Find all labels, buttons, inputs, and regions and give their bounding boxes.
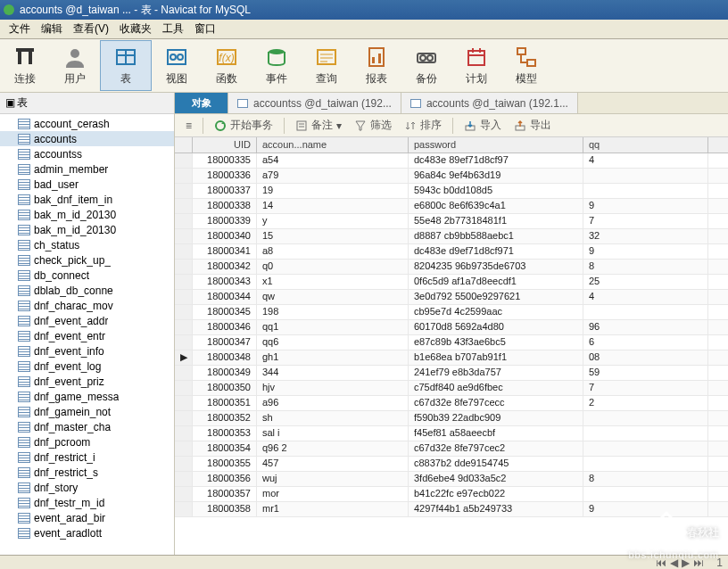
cell-password[interactable]: 241ef79 e8b3da757 xyxy=(409,366,583,380)
cell-password[interactable]: 0f6c5d9 af1a7d8eecdf1 xyxy=(409,275,583,289)
tree-item[interactable]: dnf_testr_m_id xyxy=(0,495,174,510)
next-page-button[interactable]: ▶ xyxy=(682,557,690,569)
cell-password[interactable]: b1e68ea b707ab91f1 xyxy=(409,350,583,365)
cell-name[interactable]: gh1 xyxy=(257,350,409,365)
cell-password[interactable]: e6800c 8e6f639c4a1 xyxy=(409,199,583,213)
tree-item[interactable]: dnf_event_log xyxy=(0,359,174,374)
cell-uid[interactable]: 18000340 xyxy=(193,229,257,243)
tree-item[interactable]: ch_status xyxy=(0,237,174,252)
tree-item[interactable]: db_connect xyxy=(0,268,174,283)
cell-password[interactable]: 60170d8 5692a4d80 xyxy=(409,320,583,334)
sort-button[interactable]: 排序 xyxy=(399,116,447,135)
cell-password[interactable]: dc483e 89ef71d8cf97 xyxy=(409,153,583,168)
menu-1[interactable]: 编辑 xyxy=(36,20,68,39)
table-row[interactable]: 18000341a8dc483e d9ef71d8cf9719 xyxy=(175,244,728,260)
table-row[interactable]: 18000357morb41c22fc e97ecb022 xyxy=(175,487,728,502)
tree-item[interactable]: bak_m_id_20130 xyxy=(0,207,174,222)
table-row[interactable]: 18000353sal if45ef81 a58aeecbf xyxy=(175,426,728,441)
tree-item[interactable]: dnf_event_addr xyxy=(0,313,174,328)
tool-report[interactable]: 报表 xyxy=(352,41,401,90)
tree-item[interactable]: event_aradlott xyxy=(0,525,174,540)
cell-uid[interactable]: 18000344 xyxy=(193,290,257,304)
tool-table[interactable]: 表 xyxy=(100,40,152,91)
cell-name[interactable]: x1 xyxy=(257,275,409,289)
table-row[interactable]: 18000347qq6e87c89b 43f3ae6bc56 xyxy=(175,335,728,350)
cell-name[interactable]: sal i xyxy=(257,426,409,441)
cell-password[interactable]: c75df840 ae9d6fbec xyxy=(409,381,583,395)
cell-qq[interactable] xyxy=(583,169,708,183)
cell-name[interactable]: 457 xyxy=(257,457,409,471)
cell-name[interactable]: 14 xyxy=(257,199,409,213)
tree-item[interactable]: dnf_restrict_s xyxy=(0,465,174,480)
cell-password[interactable]: c67d32e 8fe797cecc xyxy=(409,396,583,410)
cell-password[interactable]: c67d32e 8fe797cec2 xyxy=(409,441,583,456)
table-row[interactable]: 18000354q96 2c67d32e 8fe797cec2 xyxy=(175,441,728,457)
cell-qq[interactable] xyxy=(583,441,708,456)
menu-2[interactable]: 查看(V) xyxy=(68,20,114,39)
cell-name[interactable]: a54 xyxy=(257,153,409,168)
table-row[interactable]: 18000339y55e48 2b77318481f17 xyxy=(175,214,728,229)
cell-qq[interactable] xyxy=(583,411,708,425)
table-row[interactable]: 18000343x10f6c5d9 af1a7d8eecdf125 xyxy=(175,275,728,290)
cell-name[interactable]: qq1 xyxy=(257,320,409,334)
table-row[interactable]: 18000358mr14297f44b1 a5b2497339 xyxy=(175,502,728,517)
cell-qq[interactable]: 8 xyxy=(583,472,708,486)
cell-name[interactable]: q0 xyxy=(257,260,409,274)
cell-uid[interactable]: 18000358 xyxy=(193,502,257,516)
cell-password[interactable]: f45ef81 a58aeecbf xyxy=(409,426,583,441)
cell-password[interactable]: b41c22fc e97ecb022 xyxy=(409,487,583,501)
export-button[interactable]: 导出 xyxy=(509,116,557,135)
cell-uid[interactable]: 18000353 xyxy=(193,426,257,441)
tool-query[interactable]: 查询 xyxy=(302,41,352,90)
cell-uid[interactable]: 18000352 xyxy=(193,411,257,425)
table-row[interactable]: ▶18000348gh1b1e68ea b707ab91f108 xyxy=(175,350,728,366)
menu-button[interactable]: ≡ xyxy=(180,118,197,134)
cell-password[interactable]: 8204235 96b9735de6703 xyxy=(409,260,583,274)
menu-5[interactable]: 窗口 xyxy=(189,20,221,39)
table-row[interactable]: 18000336a7996a84c 9ef4b63d19 xyxy=(175,169,728,184)
tab-accounts[interactable]: accounts @d_taiwan (192.1... xyxy=(401,93,578,113)
cell-uid[interactable]: 18000337 xyxy=(193,184,257,198)
cell-name[interactable]: qw xyxy=(257,290,409,304)
table-row[interactable]: 18000345198cb95e7d 4c2599aac xyxy=(175,305,728,320)
cell-uid[interactable]: 18000335 xyxy=(193,153,257,168)
tree-item[interactable]: accountss xyxy=(0,146,174,161)
cell-password[interactable]: d8887 cb9bb588aebc1 xyxy=(409,229,583,243)
cell-qq[interactable]: 7 xyxy=(583,381,708,395)
note-button[interactable]: 备注 ▾ xyxy=(290,116,347,135)
cell-uid[interactable]: 18000342 xyxy=(193,260,257,274)
cell-name[interactable]: y xyxy=(257,214,409,228)
cell-uid[interactable]: 18000339 xyxy=(193,214,257,228)
cell-password[interactable]: e87c89b 43f3ae6bc5 xyxy=(409,335,583,350)
import-button[interactable]: 导入 xyxy=(459,116,507,135)
prev-page-button[interactable]: ◀ xyxy=(670,557,678,569)
cell-qq[interactable]: 8 xyxy=(583,260,708,274)
cell-password[interactable]: cb95e7d 4c2599aac xyxy=(409,305,583,319)
tree-item[interactable]: dblab_db_conne xyxy=(0,283,174,298)
cell-uid[interactable]: 18000341 xyxy=(193,244,257,259)
tree-item[interactable]: check_pick_up_ xyxy=(0,252,174,268)
tree-item[interactable]: dnf_story xyxy=(0,480,174,495)
cell-password[interactable]: dc483e d9ef71d8cf971 xyxy=(409,244,583,259)
cell-name[interactable]: wuj xyxy=(257,472,409,486)
cell-qq[interactable]: 59 xyxy=(583,366,708,380)
cell-uid[interactable]: 18000354 xyxy=(193,441,257,456)
table-row[interactable]: 18000344qw3e0d792 5500e92976214 xyxy=(175,290,728,305)
cell-qq[interactable]: 9 xyxy=(583,244,708,259)
first-page-button[interactable]: ⏮ xyxy=(656,557,666,569)
tree-item[interactable]: event_arad_bir xyxy=(0,510,174,525)
cell-qq[interactable]: 2 xyxy=(583,396,708,410)
tree-item[interactable]: dnf_pcroom xyxy=(0,434,174,449)
table-row[interactable]: 18000342q08204235 96b9735de67038 xyxy=(175,260,728,275)
col-password[interactable]: password xyxy=(409,137,583,153)
cell-password[interactable]: 3fd6ebe4 9d033a5c2 xyxy=(409,472,583,486)
cell-uid[interactable]: 18000346 xyxy=(193,320,257,334)
cell-qq[interactable]: 25 xyxy=(583,275,708,289)
cell-name[interactable]: a8 xyxy=(257,244,409,259)
tool-event[interactable]: 事件 xyxy=(252,41,302,90)
cell-name[interactable]: mor xyxy=(257,487,409,501)
cell-uid[interactable]: 18000343 xyxy=(193,275,257,289)
cell-uid[interactable]: 18000357 xyxy=(193,487,257,501)
tool-view[interactable]: 视图 xyxy=(152,41,202,90)
tree-item[interactable]: admin_member xyxy=(0,161,174,177)
